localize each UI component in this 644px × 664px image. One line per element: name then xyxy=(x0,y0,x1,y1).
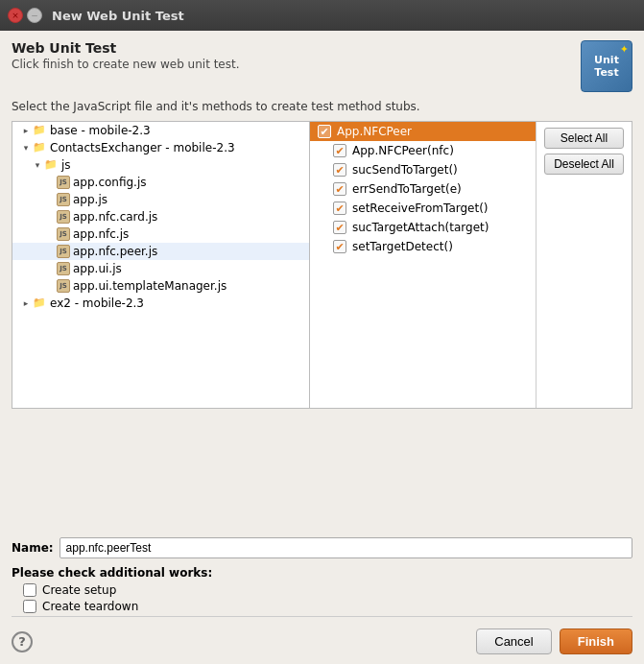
deselect-all-button[interactable]: Deselect All xyxy=(544,154,624,175)
star-decoration: ✦ xyxy=(620,43,629,56)
method-label-app-nfcpeer-nfc: App.NFCPeer(nfc) xyxy=(352,144,454,157)
icon-text-line2: Test xyxy=(594,66,618,79)
tree-arrow-ex2 xyxy=(20,298,32,308)
name-section: Name: xyxy=(12,537,632,558)
folder-icon-js: 📁 xyxy=(43,158,59,172)
method-label-sucsendtotarget: sucSendToTarget() xyxy=(352,163,458,177)
tree-item-app-ui-template[interactable]: JS app.ui.templateManager.js xyxy=(12,277,309,295)
help-button[interactable]: ? xyxy=(12,631,33,652)
tree-label-js: js xyxy=(61,158,71,172)
tree-item-contactsexchanger[interactable]: 📁 ContactsExchanger - mobile-2.3 xyxy=(12,139,309,156)
method-check-setreceivefromtarget[interactable]: ✔ xyxy=(333,202,346,215)
tree-label-contacts: ContactsExchanger - mobile-2.3 xyxy=(50,141,235,154)
method-check-sucsendtotarget[interactable]: ✔ xyxy=(333,163,346,177)
file-icon-app-ui: JS xyxy=(57,262,70,275)
tree-item-ex2[interactable]: 📁 ex2 - mobile-2.3 xyxy=(12,295,309,312)
tree-label-base: base - mobile-2.3 xyxy=(50,124,151,137)
method-label-setreceivefromtarget: setReceiveFromTarget() xyxy=(352,202,489,215)
tree-item-app-nfc-peer[interactable]: JS app.nfc.peer.js xyxy=(12,243,309,260)
close-button[interactable]: × xyxy=(8,8,23,23)
select-all-button[interactable]: Select All xyxy=(544,128,624,149)
tree-label-ex2: ex2 - mobile-2.3 xyxy=(50,296,144,310)
methods-container: ✔ App.NFCPeer ✔ App.NFCPeer(nfc) ✔ sucSe… xyxy=(310,122,536,408)
tree-arrow-js xyxy=(32,160,43,170)
icon-text-line1: Unit xyxy=(594,54,619,66)
tree-arrow-base xyxy=(20,126,32,135)
unit-test-icon: ✦ Unit Test xyxy=(581,40,632,92)
main-panels: 📁 base - mobile-2.3 📁 ContactsExchanger … xyxy=(12,121,632,409)
method-item-suctargetattach[interactable]: ✔ sucTargetAttach(target) xyxy=(310,218,536,237)
name-label: Name: xyxy=(12,541,54,555)
bottom-buttons: Cancel Finish xyxy=(476,628,632,654)
file-icon-app-ui-template: JS xyxy=(57,279,70,293)
method-item-errsendtotarget[interactable]: ✔ errSendToTarget(e) xyxy=(310,179,536,199)
minimize-button[interactable]: − xyxy=(27,8,42,23)
tree-item-base[interactable]: 📁 base - mobile-2.3 xyxy=(12,122,309,139)
method-buttons-panel: Select All Deselect All xyxy=(536,122,632,408)
method-check-suctargetattach[interactable]: ✔ xyxy=(333,221,346,234)
method-label-settargetdetect: setTargetDetect() xyxy=(352,240,453,253)
tree-label-app-nfc-card: app.nfc.card.js xyxy=(73,210,157,224)
folder-icon-base: 📁 xyxy=(32,124,47,137)
method-item-app-nfcpeer-nfc[interactable]: ✔ App.NFCPeer(nfc) xyxy=(310,141,536,160)
file-icon-app-js: JS xyxy=(57,193,70,206)
tree-label-app-ui-template: app.ui.templateManager.js xyxy=(73,279,227,293)
method-label-errsendtotarget: errSendToTarget(e) xyxy=(352,182,462,196)
create-teardown-checkbox[interactable] xyxy=(23,600,36,613)
file-icon-app-nfc-card: JS xyxy=(57,210,70,224)
instruction-text: Select the JavaScript file and it's meth… xyxy=(12,100,632,113)
method-label-suctargetattach: sucTargetAttach(target) xyxy=(352,221,489,234)
method-item-app-nfcpeer[interactable]: ✔ App.NFCPeer xyxy=(310,122,536,141)
create-setup-checkbox[interactable] xyxy=(23,583,36,597)
method-item-settargetdetect[interactable]: ✔ setTargetDetect() xyxy=(310,237,536,256)
method-item-setreceivefromtarget[interactable]: ✔ setReceiveFromTarget() xyxy=(310,199,536,218)
window-title: New Web Unit Test xyxy=(52,9,184,23)
checkbox-item-teardown: Create teardown xyxy=(23,600,632,613)
create-teardown-label: Create teardown xyxy=(42,600,138,613)
tree-item-app-ui[interactable]: JS app.ui.js xyxy=(12,260,309,277)
titlebar-buttons: × − xyxy=(8,8,42,23)
additional-section: Please check additional works: Create se… xyxy=(12,566,632,616)
header-left: Web Unit Test Click finish to create new… xyxy=(12,40,240,71)
titlebar: × − New Web Unit Test xyxy=(0,0,644,31)
file-icon-app-nfc-peer: JS xyxy=(57,245,70,258)
method-label-app-nfcpeer: App.NFCPeer xyxy=(337,125,412,138)
tree-item-app-nfc-card[interactable]: JS app.nfc.card.js xyxy=(12,208,309,225)
tree-label-app-js: app.js xyxy=(73,193,107,206)
main-content: Web Unit Test Click finish to create new… xyxy=(0,31,644,664)
tree-label-app-ui: app.ui.js xyxy=(73,262,122,275)
name-input[interactable] xyxy=(60,537,632,558)
tree-arrow-contacts xyxy=(20,143,32,153)
tree-item-app-js[interactable]: JS app.js xyxy=(12,191,309,208)
dialog-subtitle: Click finish to create new web unit test… xyxy=(12,58,240,71)
method-check-app-nfcpeer[interactable]: ✔ xyxy=(318,125,331,138)
panels-row: 📁 base - mobile-2.3 📁 ContactsExchanger … xyxy=(12,121,632,528)
folder-icon-contacts: 📁 xyxy=(32,141,47,154)
tree-item-app-config[interactable]: JS app.config.js xyxy=(12,174,309,191)
file-icon-app-nfc: JS xyxy=(57,227,70,241)
create-setup-label: Create setup xyxy=(42,583,116,597)
additional-label: Please check additional works: xyxy=(12,566,632,580)
file-tree-panel: 📁 base - mobile-2.3 📁 ContactsExchanger … xyxy=(12,122,310,408)
right-panel: ✔ App.NFCPeer ✔ App.NFCPeer(nfc) ✔ sucSe… xyxy=(310,122,632,408)
finish-button[interactable]: Finish xyxy=(560,628,632,654)
file-icon-app-config: JS xyxy=(57,176,70,189)
cancel-button[interactable]: Cancel xyxy=(476,628,551,654)
header-section: Web Unit Test Click finish to create new… xyxy=(12,40,632,92)
tree-item-js[interactable]: 📁 js xyxy=(12,156,309,174)
method-item-sucsendtotarget[interactable]: ✔ sucSendToTarget() xyxy=(310,160,536,179)
tree-item-app-nfc[interactable]: JS app.nfc.js xyxy=(12,225,309,243)
tree-label-app-config: app.config.js xyxy=(73,176,147,189)
checkbox-item-setup: Create setup xyxy=(23,583,632,597)
method-check-app-nfcpeer-nfc[interactable]: ✔ xyxy=(333,144,346,157)
folder-icon-ex2: 📁 xyxy=(32,296,47,310)
method-check-settargetdetect[interactable]: ✔ xyxy=(333,240,346,253)
bottom-bar: ? Cancel Finish xyxy=(12,616,632,654)
method-check-errsendtotarget[interactable]: ✔ xyxy=(333,182,346,196)
tree-label-app-nfc: app.nfc.js xyxy=(73,227,129,241)
tree-label-app-nfc-peer: app.nfc.peer.js xyxy=(73,245,157,258)
dialog-title: Web Unit Test xyxy=(12,40,240,56)
